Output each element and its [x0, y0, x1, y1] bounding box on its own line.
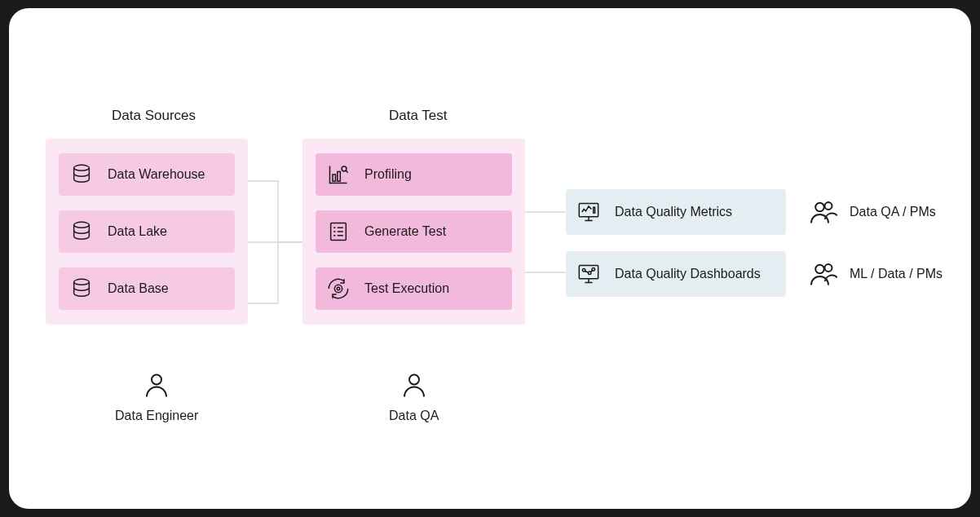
chart-magnify-icon	[327, 163, 350, 186]
svg-point-5	[342, 166, 347, 171]
audience-label: Data QA / PMs	[850, 205, 936, 219]
database-icon	[70, 163, 93, 186]
checklist-icon	[327, 220, 350, 243]
audience-qa-pms: Data QA / PMs	[809, 197, 936, 227]
output-item-metrics: Data Quality Metrics	[566, 189, 786, 235]
svg-point-20	[409, 375, 419, 385]
output-row-metrics: Data Quality Metrics Data QA / PMs	[566, 189, 942, 235]
svg-point-12	[825, 202, 832, 210]
svg-point-14	[582, 269, 585, 272]
sources-panel: Data Warehouse Data Lake Data Base	[46, 139, 248, 325]
diagram-card: Data Sources Data Test Data Warehouse Da…	[9, 8, 971, 509]
svg-point-1	[74, 222, 90, 228]
svg-point-0	[74, 165, 90, 170]
svg-rect-10	[594, 207, 595, 213]
gear-cycle-icon	[327, 277, 350, 300]
test-item-profiling: Profiling	[316, 153, 512, 196]
output-row-dashboards: Data Quality Dashboards ML / Data / PMs	[566, 251, 942, 297]
user-icon	[142, 371, 171, 400]
outputs-column: Data Quality Metrics Data QA / PMs Data …	[566, 189, 942, 297]
source-label: Data Base	[108, 281, 169, 296]
role-data-engineer: Data Engineer	[115, 371, 198, 423]
role-data-qa: Data QA	[389, 371, 439, 423]
output-item-dashboards: Data Quality Dashboards	[566, 251, 786, 297]
svg-point-19	[152, 375, 161, 385]
svg-point-18	[825, 264, 832, 272]
test-panel: Profiling Generate Test Test Execution	[302, 139, 525, 325]
sources-title: Data Sources	[112, 108, 196, 124]
audience-label: ML / Data / PMs	[850, 267, 942, 281]
role-label: Data Engineer	[115, 409, 198, 423]
test-item-execution: Test Execution	[316, 267, 512, 310]
output-label: Data Quality Dashboards	[615, 267, 761, 281]
database-icon	[70, 277, 93, 300]
source-label: Data Lake	[108, 224, 167, 239]
output-label: Data Quality Metrics	[615, 205, 732, 219]
test-item-generate: Generate Test	[316, 210, 512, 253]
monitor-metrics-icon	[577, 201, 600, 223]
svg-point-2	[74, 279, 90, 285]
test-title: Data Test	[389, 108, 448, 124]
test-label: Profiling	[364, 167, 412, 182]
database-icon	[70, 220, 93, 243]
audience-ml-data-pms: ML / Data / PMs	[809, 259, 942, 289]
source-item-warehouse: Data Warehouse	[59, 153, 235, 196]
users-icon	[809, 197, 838, 227]
source-label: Data Warehouse	[108, 167, 205, 182]
test-label: Generate Test	[364, 224, 446, 239]
svg-rect-4	[338, 172, 341, 182]
source-item-database: Data Base	[59, 267, 235, 310]
source-item-lake: Data Lake	[59, 210, 235, 253]
svg-point-17	[815, 265, 824, 274]
svg-point-11	[815, 203, 824, 212]
test-label: Test Execution	[364, 281, 449, 296]
role-label: Data QA	[389, 409, 439, 423]
svg-rect-3	[333, 175, 336, 181]
svg-point-8	[337, 287, 340, 290]
svg-point-7	[334, 285, 342, 292]
users-icon	[809, 259, 838, 289]
user-icon	[400, 371, 429, 400]
monitor-dashboard-icon	[577, 263, 600, 285]
